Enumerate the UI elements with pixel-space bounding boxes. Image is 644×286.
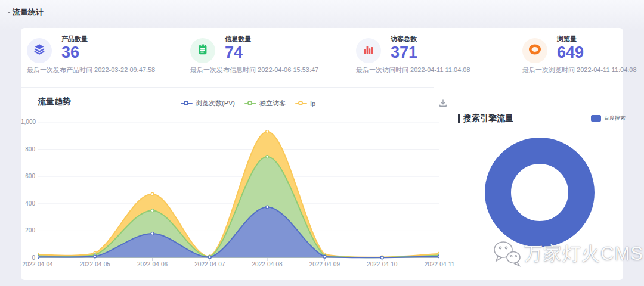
watermark-text: 万家灯火CMS (524, 241, 643, 266)
legend-item-0[interactable]: 浏览次数(PV) (181, 99, 235, 108)
stat-meta: 最后一次访问时间 2022-04-11 11:04:08 (356, 66, 470, 74)
stat-block-messages: 信息数量 74 最后一次发布信息时间 2022-04-06 15:53:47 (190, 35, 349, 83)
stat-meta: 最后一次浏览时间 2022-04-11 11:04:08 (522, 66, 637, 74)
search-panel-title: 搜索引擎流量 (463, 113, 513, 124)
y-axis-label: 800 (21, 146, 35, 153)
dashboard-page: - 流量统计 产品数量 36 最后一次发布产品时间 2022-03-22 09:… (0, 0, 644, 286)
stat-icon-wrap-3 (522, 38, 547, 63)
stat-label: 信息数量 (225, 35, 251, 43)
stat-label: 产品数量 (61, 35, 88, 43)
trend-title: 流量趋势 (38, 97, 71, 107)
stat-label: 浏览量 (557, 35, 584, 43)
x-axis-label: 2022-04-04 (17, 261, 58, 268)
x-axis-label: 2022-04-09 (304, 261, 345, 268)
eye-icon (528, 43, 541, 58)
watermark: 万家灯火CMS (491, 238, 643, 269)
x-axis-label: 2022-04-08 (247, 261, 287, 268)
legend-label: 百度搜索 (604, 114, 626, 122)
x-axis-label: 2022-04-07 (190, 261, 230, 268)
donut-chart[interactable] (483, 136, 596, 249)
legend-marker-icon (244, 101, 256, 107)
trend-chart[interactable] (38, 122, 439, 263)
stat-icon-wrap-0 (27, 38, 52, 63)
y-axis-label: 400 (21, 200, 35, 207)
stat-label: 访客总数 (391, 35, 417, 43)
stat-icon-wrap-1 (190, 38, 215, 63)
page-title: - 流量统计 (8, 7, 44, 18)
trend-legend: 浏览次数(PV)独立访客Ip (181, 99, 315, 108)
stat-value: 649 (557, 44, 584, 62)
trend-panel: 流量趋势 浏览次数(PV)独立访客Ip 02004006008001,000 2… (21, 87, 444, 280)
stat-block-pageviews: 浏览量 649 最后一次浏览时间 2022-04-11 11:04:08 (522, 35, 644, 83)
legend-swatch (591, 115, 601, 122)
stat-block-visitors: 访客总数 371 最后一次访问时间 2022-04-11 11:04:08 (356, 35, 515, 83)
stat-value: 74 (225, 44, 251, 62)
y-axis-label: 0 (21, 254, 35, 261)
y-axis-label: 600 (21, 173, 35, 179)
legend-marker-icon (181, 101, 193, 107)
legend-item-1[interactable]: 独立访客 (244, 99, 286, 108)
legend-marker-icon (295, 101, 307, 107)
legend-label: Ip (310, 100, 315, 107)
stat-icon-wrap-2 (356, 38, 381, 63)
stat-value: 371 (391, 44, 417, 62)
clipboard-icon (196, 43, 209, 58)
x-axis-label: 2022-04-05 (75, 261, 115, 268)
bar-chart-icon (362, 43, 375, 58)
y-axis-label: 1,000 (21, 119, 35, 125)
title-accent-bar (458, 114, 460, 123)
wechat-icon (491, 238, 522, 269)
x-axis-label: 2022-04-10 (362, 261, 402, 268)
stat-value: 36 (61, 44, 88, 62)
y-axis-label: 200 (21, 227, 35, 234)
x-axis-label: 2022-04-06 (132, 261, 173, 268)
search-legend-item[interactable]: 百度搜索 (591, 114, 626, 122)
stat-block-products: 产品数量 36 最后一次发布产品时间 2022-03-22 09:47:58 (27, 35, 185, 83)
layers-icon (33, 43, 46, 58)
stat-meta: 最后一次发布信息时间 2022-04-06 15:53:47 (190, 66, 318, 74)
stat-meta: 最后一次发布产品时间 2022-03-22 09:47:58 (27, 66, 155, 74)
legend-label: 独立访客 (259, 99, 286, 108)
legend-item-2[interactable]: Ip (295, 100, 315, 107)
legend-label: 浏览次数(PV) (196, 99, 235, 108)
